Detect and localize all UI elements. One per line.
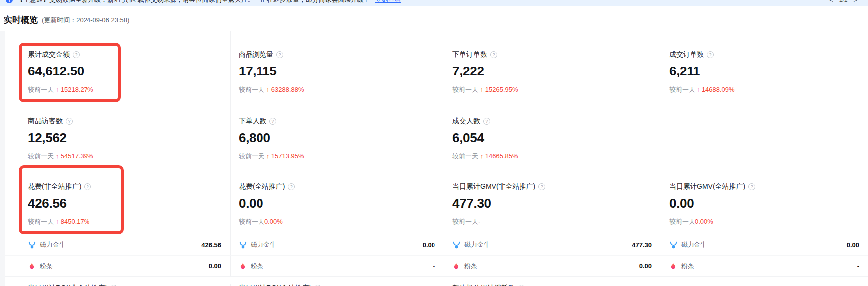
channel-magnet-col4: 磁力金牛 0.00 <box>661 234 868 256</box>
delta-value: ↑ 14688.09% <box>697 86 735 93</box>
metric-row-1: 累计成交金额? 64,612.50 较前一天 ↑ 15218.27% 商品浏览量… <box>5 31 868 103</box>
metric-compare: 较前一天- <box>452 217 653 226</box>
metric-label: 下单人数? <box>239 117 276 126</box>
card-spend-sitewide: 花费(全站推广)? 0.00 较前一天0.00% <box>231 165 444 234</box>
help-icon[interactable]: ? <box>84 183 91 190</box>
delta-value: ↑ 15713.95% <box>266 152 304 160</box>
metric-label: 当日累计GMV(全站推广)? <box>669 182 755 191</box>
metric-value: 6,054 <box>452 130 653 145</box>
metric-value: 6,211 <box>669 64 860 79</box>
channel-magnet-col3: 磁力金牛 477.30 <box>444 234 661 256</box>
metric-label: 成交人数? <box>452 117 490 126</box>
help-icon[interactable]: ? <box>538 183 545 190</box>
delta-value: 0.00% <box>695 218 713 225</box>
channel-value: 426.56 <box>201 241 221 249</box>
channel-value: 0.00 <box>423 241 435 249</box>
metric-value: 0.00 <box>239 196 436 211</box>
magnet-taurus-icon <box>28 241 36 249</box>
channel-label: 粉条 <box>251 262 263 271</box>
metric-compare: 较前一天0.00% <box>239 217 436 226</box>
metric-value: 0.00 <box>669 196 860 211</box>
metric-compare: 较前一天 ↑ 54517.39% <box>28 152 222 161</box>
metric-value: 426.56 <box>28 196 222 211</box>
pager-count: 1/1 <box>839 0 848 3</box>
fentiao-flame-icon <box>28 262 36 270</box>
metric-compare: 较前一天 ↑ 15265.95% <box>452 85 653 94</box>
page-title: 实时概览 <box>4 14 38 26</box>
fentiao-flame-icon <box>452 262 460 270</box>
notice-banner: i 【生意通】交易数据全新升级：新增“其他”载体交易来源，请各位商家们重点关注。… <box>0 0 868 6</box>
banner-pager: <1/1> <box>829 0 857 4</box>
card-product-visitors: 商品访客数? 12,562 较前一天 ↑ 54517.39% <box>5 103 231 165</box>
channel-label: 粉条 <box>464 262 477 271</box>
channel-label: 磁力金牛 <box>681 240 707 249</box>
pager-prev-icon[interactable]: < <box>829 0 833 4</box>
help-icon[interactable]: ? <box>288 183 295 190</box>
magnet-taurus-icon <box>452 241 460 249</box>
magnet-taurus-icon <box>239 241 247 249</box>
card-spend-non-sitewide: 花费(非全站推广)? 426.56 较前一天 ↑ 8450.17% <box>5 165 231 234</box>
channel-label: 磁力金牛 <box>251 240 276 249</box>
metric-value: 12,562 <box>28 130 222 145</box>
delta-value: ↑ 8450.17% <box>56 218 90 225</box>
metric-compare: 较前一天 ↑ 14665.85% <box>452 152 653 161</box>
delta-value: 0.00% <box>264 218 283 225</box>
channel-label: 粉条 <box>681 262 694 271</box>
metric-label: 花费(全站推广)? <box>239 182 295 191</box>
help-icon[interactable]: ? <box>269 118 276 125</box>
metric-label: 当日累计GMV(非全站推广)? <box>452 182 545 191</box>
card-daily-gmv-non-sitewide: 当日累计GMV(非全站推广)? 477.30 较前一天- <box>444 165 661 234</box>
card-daily-roi-sitewide: 当日累计ROI(全站推广)? <box>231 284 444 286</box>
metric-compare: 较前一天 ↑ 8450.17% <box>28 217 222 226</box>
metric-compare: 较前一天 ↑ 15218.27% <box>28 85 222 94</box>
metric-compare: 较前一天 ↑ 63288.88% <box>239 85 436 94</box>
help-icon[interactable]: ? <box>73 51 80 58</box>
channel-row-magnet: 磁力金牛 426.56 磁力金牛 0.00 磁力金牛 477.30 磁力金牛 0… <box>5 234 868 256</box>
channel-fentiao-col1: 粉条 0.00 <box>5 256 231 277</box>
card-buyers-paid: 成交人数? 6,054 较前一天 ↑ 14665.85% <box>444 103 661 165</box>
card-cumulative-gmv: 累计成交金额? 64,612.50 较前一天 ↑ 15218.27% <box>5 31 231 103</box>
empty-cell <box>661 103 868 165</box>
channel-label: 磁力金牛 <box>464 240 490 249</box>
metric-label: 商品浏览量? <box>239 50 283 59</box>
update-time: (更新时间：2024-09-06 23:58) <box>42 16 129 25</box>
channel-label: 磁力金牛 <box>40 240 66 249</box>
banner-view-now-link[interactable]: 立刻查看 <box>375 0 401 4</box>
metric-value: 64,612.50 <box>28 64 222 79</box>
metric-label: 当日累计ROI(全站推广)? <box>239 284 321 286</box>
metric-label: 当日累计ROI(非全站推广)? <box>28 284 117 286</box>
info-icon: i <box>6 0 13 3</box>
card-daily-roi-non-sitewide: 当日累计ROI(非全站推广)? <box>5 284 231 286</box>
metric-label: 商品访客数? <box>28 117 73 126</box>
section-header: 实时概览 (更新时间：2024-09-06 23:58) <box>0 6 868 31</box>
row-gap <box>5 277 868 284</box>
channel-fentiao-col2: 粉条 - <box>231 256 444 277</box>
help-icon[interactable]: ? <box>276 51 283 58</box>
metric-value: 17,115 <box>239 64 436 79</box>
help-icon[interactable]: ? <box>66 118 73 125</box>
help-icon[interactable]: ? <box>707 51 714 58</box>
metric-value: 6,800 <box>239 130 436 145</box>
help-icon[interactable]: ? <box>748 183 755 190</box>
channel-fentiao-col3: 粉条 0.00 <box>444 256 661 277</box>
channel-value: 0.00 <box>847 241 859 249</box>
metric-compare: 较前一天 ↑ 15713.95% <box>239 152 436 161</box>
channel-fentiao-col4: 粉条 - <box>661 256 868 277</box>
metric-label: 花费(非全站推广)? <box>28 182 91 191</box>
banner-text: 【生意通】交易数据全新升级：新增“其他”载体交易来源，请各位商家们重点关注。「正… <box>17 0 370 4</box>
card-product-views: 商品浏览量? 17,115 较前一天 ↑ 63288.88% <box>231 31 444 103</box>
metric-value: 477.30 <box>452 196 653 211</box>
pager-next-icon[interactable]: > <box>853 0 857 4</box>
metric-row-4-partial: 当日累计ROI(非全站推广)? 当日累计ROI(全站推广)? 整体投放累计消耗数… <box>5 284 868 286</box>
metric-label: 下单订单数? <box>452 50 497 59</box>
delta-value: ↑ 54517.39% <box>56 152 93 160</box>
delta-value: ↑ 63288.88% <box>266 86 304 93</box>
card-orders-placed: 下单订单数? 7,222 较前一天 ↑ 15265.95% <box>444 31 661 103</box>
metric-compare: 较前一天 ↑ 14688.09% <box>669 85 860 94</box>
help-icon[interactable]: ? <box>490 51 497 58</box>
fentiao-flame-icon <box>239 262 247 270</box>
magnet-taurus-icon <box>669 241 677 249</box>
empty-cell <box>661 284 868 286</box>
help-icon[interactable]: ? <box>483 118 490 125</box>
fentiao-flame-icon <box>669 262 677 270</box>
